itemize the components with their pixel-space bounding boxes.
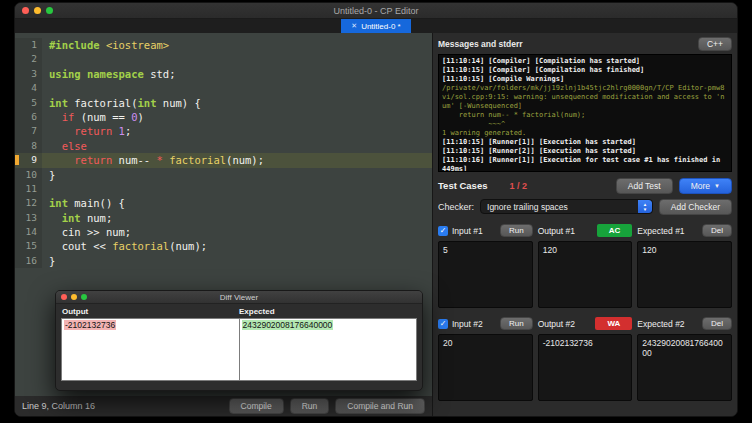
diff-expected-pane[interactable]: 2432902008176640000 [240, 318, 418, 381]
expected-column-header: Expected #2Del [637, 317, 732, 330]
testcase-checkbox[interactable]: ✓ [438, 226, 448, 236]
code-line[interactable]: 11 [15, 182, 432, 196]
output-textarea[interactable]: 120 [538, 241, 633, 308]
code-line[interactable]: 4 [15, 81, 432, 95]
line-number: 5 [15, 96, 42, 110]
diff-viewer-window[interactable]: Diff Viewer Output Expected -2102132736 … [55, 290, 423, 391]
code-token: else [62, 140, 87, 152]
testcase-boxes: 20-21021327362432902008176640000 [438, 334, 732, 401]
status-bar: Line 9, Column 16 Compile Run Compile an… [15, 396, 432, 416]
diff-minimize-icon[interactable] [71, 294, 77, 300]
compile-button[interactable]: Compile [229, 398, 284, 414]
input-label: Input #1 [452, 226, 483, 236]
code-token: ; [125, 125, 131, 137]
code-text [42, 182, 432, 196]
delete-testcase-button[interactable]: Del [702, 317, 732, 330]
code-text: return num-- * factorial(num); [42, 153, 432, 167]
checker-select[interactable]: Ignore trailing spaces ▲▼ [480, 199, 653, 214]
verdict-badge: AC [597, 224, 633, 237]
code-line[interactable]: 5int factorial(int num) { [15, 96, 432, 110]
code-line[interactable]: 15 cout << factorial(num); [15, 239, 432, 253]
testcases-title: Test Cases [438, 180, 487, 191]
verdict-badge: WA [595, 317, 632, 330]
code-text: else [42, 139, 432, 153]
compile-and-run-button[interactable]: Compile and Run [335, 398, 425, 414]
diff-title: Diff Viewer [56, 293, 422, 302]
diff-panes: -2102132736 2432902008176640000 [56, 318, 422, 381]
output-label: Output #1 [538, 226, 575, 236]
minimize-window-icon[interactable] [34, 7, 41, 14]
close-window-icon[interactable] [22, 7, 29, 14]
diff-expected-header: Expected [239, 307, 416, 316]
line-number: 7 [15, 124, 42, 138]
diff-output-value: -2102132736 [64, 320, 116, 330]
code-token: int [49, 97, 68, 109]
code-token: <iostream> [106, 39, 169, 51]
code-text: cin >> num; [42, 225, 432, 239]
line-number: 11 [15, 182, 42, 196]
diff-zoom-icon[interactable] [81, 294, 87, 300]
code-token: main() { [68, 197, 125, 209]
tab-untitled[interactable]: ✕ Untitled-0 * [341, 19, 410, 33]
input-label: Input #2 [452, 319, 483, 329]
input-column-header: ✓Input #2Run [438, 317, 533, 330]
diff-close-icon[interactable] [61, 294, 67, 300]
code-token: num-- [112, 154, 156, 166]
code-token: } [49, 169, 55, 181]
expected-textarea[interactable]: 2432902008176640000 [637, 334, 732, 401]
add-test-button[interactable]: Add Test [616, 178, 673, 194]
more-button[interactable]: More ▼ [679, 178, 732, 194]
line-number: 10 [15, 168, 42, 182]
code-text: cout << factorial(num); [42, 239, 432, 253]
testcase-header-row: ✓Input #1RunOutput #1ACExpected #1Del [438, 223, 732, 238]
line-number: 3 [15, 67, 42, 81]
testcase-list: ✓Input #1RunOutput #1ACExpected #1Del512… [438, 215, 732, 401]
code-line[interactable]: 1#include <iostream> [15, 38, 432, 52]
diff-traffic-lights [61, 294, 87, 300]
input-textarea[interactable]: 20 [438, 334, 533, 401]
zoom-window-icon[interactable] [46, 7, 53, 14]
expected-textarea[interactable]: 120 [637, 241, 732, 308]
code-line[interactable]: 16} [15, 254, 432, 268]
code-token: return [74, 125, 112, 137]
console-line: 1 warning generated. [442, 129, 728, 138]
output-textarea[interactable]: -2102132736 [538, 334, 633, 401]
code-token: num) { [156, 97, 200, 109]
code-token: } [49, 255, 55, 267]
line-number: 2 [15, 52, 42, 66]
input-textarea[interactable]: 5 [438, 241, 533, 308]
code-token [49, 140, 62, 152]
run-testcase-button[interactable]: Run [500, 317, 533, 330]
code-token: int [49, 197, 68, 209]
messages-header-row: Messages and stderr C++ [438, 36, 732, 52]
delete-testcase-button[interactable]: Del [702, 224, 732, 237]
code-line[interactable]: 14 cin >> num; [15, 225, 432, 239]
console-line: [11:10:15] [Compiler] [Compilation has f… [442, 66, 728, 75]
testcases-header-row: Test Cases 1 / 2 Add Test More ▼ [438, 177, 732, 194]
code-line[interactable]: 3using namespace std; [15, 67, 432, 81]
code-line[interactable]: 8 else [15, 139, 432, 153]
code-line[interactable]: 13 int num; [15, 211, 432, 225]
close-tab-icon[interactable]: ✕ [351, 22, 357, 30]
console-line: [11:10:14] [Compiler] [Compilation has s… [442, 57, 728, 66]
testcase-header-row: ✓Input #2RunOutput #2WAExpected #2Del [438, 316, 732, 331]
current-line-marker-icon [15, 155, 19, 165]
line-number: 15 [15, 239, 42, 253]
code-line[interactable]: 9 return num-- * factorial(num); [15, 153, 432, 167]
add-checker-button[interactable]: Add Checker [659, 199, 732, 215]
code-line[interactable]: 7 return 1; [15, 124, 432, 138]
run-testcase-button[interactable]: Run [500, 224, 533, 237]
code-line[interactable]: 2 [15, 52, 432, 66]
code-line[interactable]: 10} [15, 168, 432, 182]
code-token: #include [49, 39, 100, 51]
run-button[interactable]: Run [290, 398, 330, 414]
diff-output-pane[interactable]: -2102132736 [61, 318, 240, 381]
code-line[interactable]: 12int main() { [15, 196, 432, 210]
code-line[interactable]: 6 if (num == 0) [15, 110, 432, 124]
action-buttons: Compile Run Compile and Run [229, 398, 425, 414]
code-token: factorial [112, 240, 169, 252]
console-output[interactable]: [11:10:14] [Compiler] [Compilation has s… [438, 54, 732, 172]
language-button[interactable]: C++ [698, 37, 732, 51]
testcase-checkbox[interactable]: ✓ [438, 319, 448, 329]
right-panel: Messages and stderr C++ [11:10:14] [Comp… [432, 33, 737, 416]
